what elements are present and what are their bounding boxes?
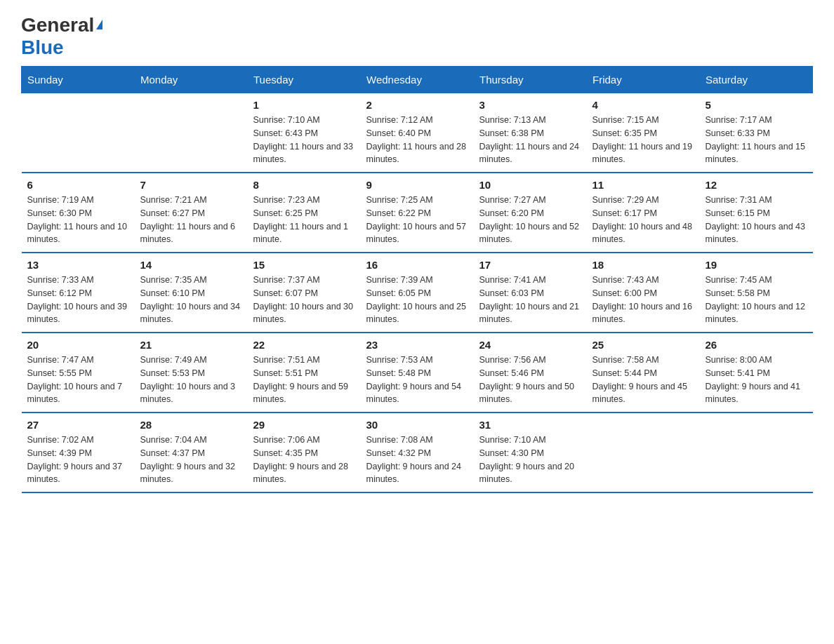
calendar-cell: 4Sunrise: 7:15 AMSunset: 6:35 PMDaylight… (587, 93, 700, 173)
day-number: 26 (706, 339, 807, 351)
day-number: 22 (253, 339, 355, 351)
calendar-week-row: 27Sunrise: 7:02 AMSunset: 4:39 PMDayligh… (22, 412, 813, 492)
day-info: Sunrise: 7:21 AMSunset: 6:27 PMDaylight:… (140, 194, 242, 246)
day-info: Sunrise: 7:19 AMSunset: 6:30 PMDaylight:… (27, 194, 129, 246)
day-number: 28 (140, 419, 242, 431)
day-number: 10 (479, 179, 581, 191)
day-number: 2 (366, 99, 468, 111)
day-number: 1 (253, 99, 355, 111)
day-info: Sunrise: 7:33 AMSunset: 6:12 PMDaylight:… (27, 274, 129, 326)
day-number: 9 (366, 179, 468, 191)
day-info: Sunrise: 7:35 AMSunset: 6:10 PMDaylight:… (140, 274, 242, 326)
day-info: Sunrise: 7:02 AMSunset: 4:39 PMDaylight:… (27, 434, 129, 486)
day-info: Sunrise: 7:04 AMSunset: 4:37 PMDaylight:… (140, 434, 242, 486)
calendar-cell: 30Sunrise: 7:08 AMSunset: 4:32 PMDayligh… (361, 412, 474, 492)
calendar-cell: 16Sunrise: 7:39 AMSunset: 6:05 PMDayligh… (361, 253, 474, 333)
calendar-cell: 24Sunrise: 7:56 AMSunset: 5:46 PMDayligh… (474, 333, 587, 412)
day-number: 8 (253, 179, 355, 191)
day-info: Sunrise: 7:12 AMSunset: 6:40 PMDaylight:… (366, 114, 468, 166)
day-number: 5 (706, 99, 807, 111)
day-info: Sunrise: 7:10 AMSunset: 6:43 PMDaylight:… (253, 114, 355, 166)
weekday-header-wednesday: Wednesday (361, 67, 474, 93)
calendar-cell: 28Sunrise: 7:04 AMSunset: 4:37 PMDayligh… (135, 412, 248, 492)
calendar-cell: 5Sunrise: 7:17 AMSunset: 6:33 PMDaylight… (700, 93, 813, 173)
calendar-cell: 12Sunrise: 7:31 AMSunset: 6:15 PMDayligh… (700, 173, 813, 253)
day-info: Sunrise: 7:56 AMSunset: 5:46 PMDaylight:… (479, 354, 581, 406)
day-info: Sunrise: 7:29 AMSunset: 6:17 PMDaylight:… (593, 194, 694, 246)
weekday-header-tuesday: Tuesday (248, 67, 361, 93)
logo-general: General (21, 14, 94, 36)
day-number: 24 (479, 339, 581, 351)
calendar-cell: 25Sunrise: 7:58 AMSunset: 5:44 PMDayligh… (587, 333, 700, 412)
day-info: Sunrise: 7:15 AMSunset: 6:35 PMDaylight:… (593, 114, 694, 166)
calendar-cell: 26Sunrise: 8:00 AMSunset: 5:41 PMDayligh… (700, 333, 813, 412)
logo: General Blue (21, 14, 102, 59)
calendar-cell: 27Sunrise: 7:02 AMSunset: 4:39 PMDayligh… (22, 412, 135, 492)
calendar-cell: 7Sunrise: 7:21 AMSunset: 6:27 PMDaylight… (135, 173, 248, 253)
day-number: 19 (706, 259, 807, 271)
day-number: 29 (253, 419, 355, 431)
weekday-header-monday: Monday (135, 67, 248, 93)
calendar-table: SundayMondayTuesdayWednesdayThursdayFrid… (21, 66, 813, 493)
day-number: 16 (366, 259, 468, 271)
calendar-cell: 8Sunrise: 7:23 AMSunset: 6:25 PMDaylight… (248, 173, 361, 253)
calendar-cell: 22Sunrise: 7:51 AMSunset: 5:51 PMDayligh… (248, 333, 361, 412)
day-number: 13 (27, 259, 129, 271)
weekday-header-saturday: Saturday (700, 67, 813, 93)
calendar-cell (700, 412, 813, 492)
day-number: 6 (27, 179, 129, 191)
day-number: 3 (479, 99, 581, 111)
calendar-cell: 23Sunrise: 7:53 AMSunset: 5:48 PMDayligh… (361, 333, 474, 412)
day-number: 20 (27, 339, 129, 351)
day-number: 7 (140, 179, 242, 191)
calendar-cell: 10Sunrise: 7:27 AMSunset: 6:20 PMDayligh… (474, 173, 587, 253)
calendar-cell: 1Sunrise: 7:10 AMSunset: 6:43 PMDaylight… (248, 93, 361, 173)
day-number: 21 (140, 339, 242, 351)
calendar-cell (135, 93, 248, 173)
logo-blue: Blue (21, 36, 64, 59)
day-number: 11 (593, 179, 694, 191)
day-info: Sunrise: 7:13 AMSunset: 6:38 PMDaylight:… (479, 114, 581, 166)
day-info: Sunrise: 7:45 AMSunset: 5:58 PMDaylight:… (706, 274, 807, 326)
calendar-cell: 15Sunrise: 7:37 AMSunset: 6:07 PMDayligh… (248, 253, 361, 333)
calendar-cell: 11Sunrise: 7:29 AMSunset: 6:17 PMDayligh… (587, 173, 700, 253)
weekday-header-friday: Friday (587, 67, 700, 93)
day-info: Sunrise: 7:08 AMSunset: 4:32 PMDaylight:… (366, 434, 468, 486)
calendar-week-row: 20Sunrise: 7:47 AMSunset: 5:55 PMDayligh… (22, 333, 813, 412)
day-number: 25 (593, 339, 694, 351)
calendar-cell: 19Sunrise: 7:45 AMSunset: 5:58 PMDayligh… (700, 253, 813, 333)
page-header: General Blue (21, 14, 813, 59)
calendar-cell: 29Sunrise: 7:06 AMSunset: 4:35 PMDayligh… (248, 412, 361, 492)
day-number: 18 (593, 259, 694, 271)
weekday-header-sunday: Sunday (22, 67, 135, 93)
calendar-cell: 20Sunrise: 7:47 AMSunset: 5:55 PMDayligh… (22, 333, 135, 412)
calendar-cell: 9Sunrise: 7:25 AMSunset: 6:22 PMDaylight… (361, 173, 474, 253)
calendar-cell: 3Sunrise: 7:13 AMSunset: 6:38 PMDaylight… (474, 93, 587, 173)
calendar-cell: 17Sunrise: 7:41 AMSunset: 6:03 PMDayligh… (474, 253, 587, 333)
day-number: 17 (479, 259, 581, 271)
day-info: Sunrise: 7:51 AMSunset: 5:51 PMDaylight:… (253, 354, 355, 406)
calendar-cell: 6Sunrise: 7:19 AMSunset: 6:30 PMDaylight… (22, 173, 135, 253)
day-number: 30 (366, 419, 468, 431)
calendar-cell: 13Sunrise: 7:33 AMSunset: 6:12 PMDayligh… (22, 253, 135, 333)
day-info: Sunrise: 7:23 AMSunset: 6:25 PMDaylight:… (253, 194, 355, 246)
day-info: Sunrise: 7:10 AMSunset: 4:30 PMDaylight:… (479, 434, 581, 486)
calendar-week-row: 1Sunrise: 7:10 AMSunset: 6:43 PMDaylight… (22, 93, 813, 173)
day-info: Sunrise: 7:27 AMSunset: 6:20 PMDaylight:… (479, 194, 581, 246)
calendar-cell: 18Sunrise: 7:43 AMSunset: 6:00 PMDayligh… (587, 253, 700, 333)
day-info: Sunrise: 7:37 AMSunset: 6:07 PMDaylight:… (253, 274, 355, 326)
day-info: Sunrise: 7:31 AMSunset: 6:15 PMDaylight:… (706, 194, 807, 246)
day-info: Sunrise: 7:06 AMSunset: 4:35 PMDaylight:… (253, 434, 355, 486)
day-number: 12 (706, 179, 807, 191)
day-info: Sunrise: 7:53 AMSunset: 5:48 PMDaylight:… (366, 354, 468, 406)
day-info: Sunrise: 7:49 AMSunset: 5:53 PMDaylight:… (140, 354, 242, 406)
day-info: Sunrise: 7:47 AMSunset: 5:55 PMDaylight:… (27, 354, 129, 406)
calendar-cell (587, 412, 700, 492)
day-number: 31 (479, 419, 581, 431)
weekday-header-thursday: Thursday (474, 67, 587, 93)
calendar-week-row: 13Sunrise: 7:33 AMSunset: 6:12 PMDayligh… (22, 253, 813, 333)
logo-triangle-icon (96, 20, 102, 29)
day-info: Sunrise: 7:43 AMSunset: 6:00 PMDaylight:… (593, 274, 694, 326)
calendar-cell: 31Sunrise: 7:10 AMSunset: 4:30 PMDayligh… (474, 412, 587, 492)
calendar-cell (22, 93, 135, 173)
